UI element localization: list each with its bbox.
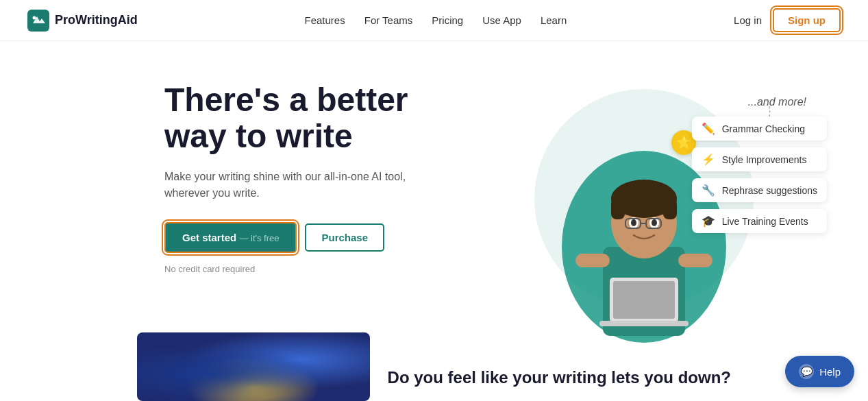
grammar-icon: ✏️ [702,122,715,135]
logo-container[interactable]: ProWritingAid [27,10,138,32]
hero-section: There's a better way to write Make your … [0,41,868,401]
svg-rect-18 [613,281,675,319]
purchase-button[interactable]: Purchase [305,223,384,252]
style-label: Style Improvements [722,154,807,165]
grammar-label: Grammar Checking [722,123,805,134]
feature-card-grammar: ✏️ Grammar Checking [692,117,827,141]
get-started-button[interactable]: Get started — it's free [164,222,297,253]
hero-title: There's a better way to write [164,82,452,155]
hero-left: There's a better way to write Make your … [164,75,452,274]
svg-point-1 [33,16,36,19]
svg-point-10 [631,219,636,226]
rephrase-label: Rephrase suggestions [722,185,817,196]
brand-name: ProWritingAid [55,13,138,27]
no-credit-card-text: No credit card required [164,264,452,274]
feature-card-style: ⚡ Style Improvements [692,147,827,171]
nav-links: Features For Teams Pricing Use App Learn [305,14,567,26]
chat-label: Help [819,366,841,378]
hero-buttons: Get started — it's free Purchase [164,222,452,253]
bottom-image [137,332,370,401]
nav-link-teams[interactable]: For Teams [364,14,413,26]
nav-link-pricing[interactable]: Pricing [432,14,463,26]
hero-illustration: ...and more! [480,75,841,350]
logo-icon [27,10,49,32]
feature-card-training: 🎓 Live Training Events [692,209,827,233]
feature-cards-container: ✏️ Grammar Checking ⚡ Style Improvements… [692,117,827,233]
chat-icon: 💬 [799,364,814,379]
nav-link-useapp[interactable]: Use App [482,14,521,26]
bottom-text: Do you feel like your writing lets you d… [388,368,731,387]
training-label: Live Training Events [722,216,808,227]
nav-link-features[interactable]: Features [305,14,345,26]
feature-card-rephrase: 🔧 Rephrase suggestions [692,178,827,202]
swirl-art [137,332,370,401]
style-icon: ⚡ [702,153,715,166]
navigation: ProWritingAid Features For Teams Pricing… [0,0,868,41]
svg-rect-15 [575,254,610,267]
login-button[interactable]: Log in [734,14,762,26]
nav-link-learn[interactable]: Learn [541,14,567,26]
chat-help-button[interactable]: 💬 Help [785,356,854,387]
rephrase-icon: 🔧 [702,184,715,197]
bottom-title: Do you feel like your writing lets you d… [388,368,731,387]
svg-rect-6 [611,199,625,219]
signup-button[interactable]: Sign up [773,8,841,32]
svg-point-11 [652,219,657,226]
svg-rect-7 [663,199,677,219]
svg-rect-16 [678,254,712,267]
training-icon: 🎓 [702,215,715,228]
svg-rect-19 [599,321,689,326]
hero-subtitle: Make your writing shine with our all-in-… [164,169,452,202]
nav-actions: Log in Sign up [734,8,841,32]
